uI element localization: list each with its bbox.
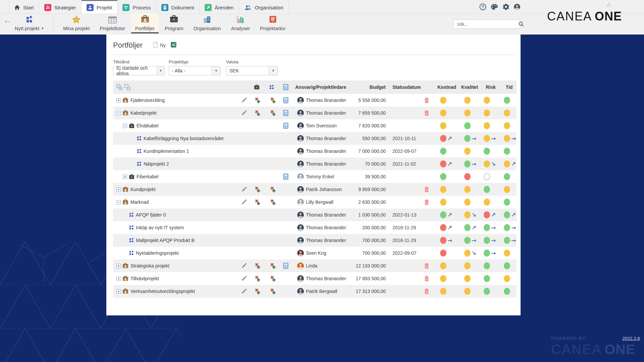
nav-tab-process[interactable]: Process (117, 0, 156, 14)
add-portfolio-button[interactable] (254, 263, 260, 269)
add-project-button[interactable] (269, 199, 276, 205)
collapse-node-toggle[interactable]: − (116, 111, 121, 115)
delete-button[interactable] (424, 187, 429, 192)
excel-export-button[interactable]: X (171, 42, 176, 49)
add-project-button[interactable] (269, 110, 276, 116)
row-name[interactable]: Elnätkabel (137, 123, 158, 128)
table-row-kabelprojekt[interactable]: −KabelprojektThomas Branander7 659 500,0… (113, 107, 517, 119)
search-icon[interactable] (519, 21, 524, 27)
table-row-apqp-fj-der-0[interactable]: APQP fjäder 0Thomas Branander1 030 000,0… (113, 208, 517, 221)
table-row-marknad[interactable]: −MarknadLilly Bergwall2 630 000,00 (113, 196, 517, 208)
back-arrow-icon[interactable]: ← (3, 16, 11, 24)
toolbar-item-portf-ljer[interactable]: Portföljer (131, 13, 159, 34)
expand-node-toggle[interactable]: + (116, 264, 121, 268)
toolbar-item-organisation[interactable]: Organisation (190, 13, 225, 34)
collapse-node-toggle[interactable]: − (123, 124, 127, 128)
delete-button[interactable] (424, 199, 429, 205)
row-name[interactable]: Strategiska projekt (130, 263, 169, 268)
add-portfolio-button[interactable] (254, 276, 260, 282)
status-report-button[interactable] (283, 110, 288, 116)
add-project-button[interactable] (269, 288, 276, 295)
new-portfolio-button[interactable]: Ny (153, 42, 166, 49)
table-row-strategiska-projekt[interactable]: +Strategiska projektLinda12 133 000,00 (113, 259, 517, 272)
help-icon[interactable]: ? (479, 3, 486, 10)
toolbar-item-projektlistor[interactable]: Projektlistor (96, 15, 129, 34)
expand-node-toggle[interactable]: + (116, 98, 121, 103)
table-row-mallprojekt-apqp-produkt-b[interactable]: Mallprojekt APQP Produkt BThomas Branand… (113, 234, 517, 247)
row-name[interactable]: Kabelprojekt (130, 110, 157, 116)
table-row-fiberkabel[interactable]: +FiberkabelTommy Enkel39 500,00 (113, 170, 517, 183)
edit-button[interactable] (241, 187, 247, 192)
filter-select-valuta[interactable]: SEK▼ (226, 66, 278, 75)
toolbar-item-projektarkiv[interactable]: Projektarkiv (256, 13, 289, 34)
delete-button[interactable] (424, 263, 429, 269)
row-name[interactable]: Fiberkabel (137, 174, 158, 179)
row-name[interactable]: Kundprojekt (130, 187, 156, 192)
table-row-n-tprojekt-2[interactable]: Nätprojekt 2Thomas Branander70 000,00202… (113, 158, 517, 170)
table-row-fj-derutveckling[interactable]: +FjäderutvecklingThomas Branander5 558 0… (113, 94, 517, 107)
add-project-button[interactable] (269, 97, 276, 104)
nav-tab-renden[interactable]: Ärenden (200, 0, 239, 14)
collapse-node-toggle[interactable]: − (116, 200, 121, 204)
add-portfolio-button[interactable] (254, 186, 260, 193)
edit-button[interactable] (241, 289, 247, 294)
table-row-tillv-xtprojekt[interactable]: +TillväxtprojektThomas Branander17 893 5… (113, 272, 517, 285)
expand-node-toggle[interactable]: + (116, 289, 121, 294)
expand-node-toggle[interactable]: + (116, 277, 121, 281)
user-avatar-icon[interactable] (514, 4, 520, 10)
row-name[interactable]: Inköp av nytt IT system (136, 225, 184, 230)
toolbar-item-nytt-projekt[interactable]: Nytt projekt▼ (11, 14, 48, 34)
delete-button[interactable] (424, 289, 429, 294)
row-name[interactable]: Nätprojekt 2 (144, 161, 169, 167)
add-project-button[interactable] (269, 186, 276, 193)
expand-node-toggle[interactable]: + (116, 187, 121, 192)
edit-button[interactable] (241, 110, 247, 116)
add-project-button[interactable] (269, 276, 276, 282)
table-row-verksamhetsutvecklingsprojekt[interactable]: +VerksamhetsutvecklingsprojektPatrik Ber… (113, 285, 517, 298)
search-input[interactable] (457, 21, 519, 27)
collapse-all-button[interactable] (124, 84, 130, 90)
collapse-header-icon[interactable]: △ (607, 1, 610, 7)
row-name[interactable]: Kundinplementation 1 (144, 148, 189, 154)
expand-all-button[interactable] (116, 84, 122, 90)
nav-tab-start[interactable]: Start (9, 0, 39, 14)
row-name[interactable]: APQP fjäder 0 (136, 212, 166, 218)
table-row-kundinplementation-1[interactable]: Kundinplementation 1Thomas Branander7 00… (113, 145, 517, 158)
delete-button[interactable] (424, 110, 429, 116)
row-name[interactable]: Fjäderutveckling (130, 98, 165, 103)
edit-button[interactable] (241, 98, 247, 103)
row-name[interactable]: Kabelförläggning Nya bostadsområdet (144, 136, 223, 141)
theme-palette-icon[interactable] (491, 4, 498, 10)
table-row-kabelf-rl-ggning-nya-bostadsomr-det[interactable]: Kabelförläggning Nya bostadsområdetThoma… (113, 132, 517, 145)
toolbar-item-mina-projekt[interactable]: Mina projekt (59, 14, 94, 34)
add-portfolio-button[interactable] (254, 199, 260, 205)
row-name[interactable]: Marknad (130, 199, 149, 205)
toolbar-item-analyser[interactable]: Analyser (227, 13, 254, 34)
status-report-button[interactable] (283, 174, 288, 180)
row-name[interactable]: Mallprojekt APQP Produkt B (136, 238, 195, 243)
row-name[interactable]: Tillväxtprojekt (130, 276, 159, 281)
toolbar-item-program[interactable]: Program (161, 13, 187, 34)
status-report-button[interactable] (283, 123, 288, 129)
row-name[interactable]: Verksamhetsutvecklingsprojekt (130, 289, 195, 294)
filter-select-tillst-nd[interactable]: Ej startade och aktiva▼ (113, 66, 165, 75)
delete-button[interactable] (424, 276, 429, 282)
table-row-kundprojekt[interactable]: +KundprojektPatrik Johansson9 859 000,00 (113, 183, 517, 196)
edit-button[interactable] (241, 263, 247, 269)
nav-tab-projekt[interactable]: Projekt (82, 0, 118, 14)
add-project-button[interactable] (269, 263, 276, 269)
table-row-eln-tkabel[interactable]: −ElnätkabelTom Svensson7 620 000,00 (113, 119, 517, 132)
nav-tab-strategier[interactable]: Strategier (39, 0, 82, 14)
table-row-nyetableringsprojekt[interactable]: NyetableringsprojektSven Krig700 000,002… (113, 247, 517, 259)
expand-node-toggle[interactable]: + (123, 175, 127, 179)
row-name[interactable]: Nyetableringsprojekt (136, 250, 179, 256)
edit-button[interactable] (241, 276, 247, 282)
status-report-button[interactable] (283, 263, 288, 269)
status-report-button[interactable] (283, 97, 288, 104)
delete-button[interactable] (424, 98, 429, 103)
nav-tab-dokument[interactable]: Dokument (156, 0, 200, 14)
nav-tab-organisation[interactable]: Organisation (239, 0, 289, 14)
add-portfolio-button[interactable] (254, 288, 260, 295)
table-row-ink-p-av-nytt-it-system[interactable]: Inköp av nytt IT systemThomas Branander2… (113, 221, 517, 234)
version-link[interactable]: 2022.2.6 (622, 336, 640, 341)
